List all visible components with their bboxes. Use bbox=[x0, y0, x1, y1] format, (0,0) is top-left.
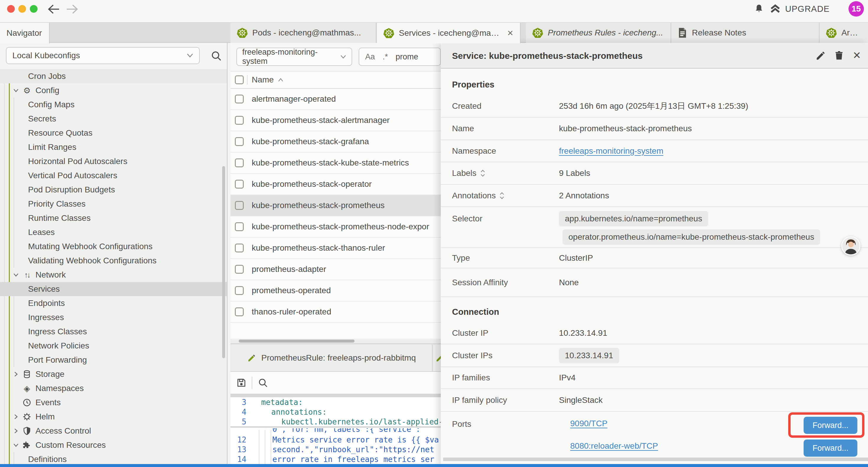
row-checkbox[interactable] bbox=[235, 243, 244, 253]
delete-trash-icon[interactable] bbox=[834, 50, 844, 61]
regex-icon[interactable]: .* bbox=[382, 52, 388, 61]
row-checkbox[interactable] bbox=[235, 222, 244, 231]
sidebar-item-network[interactable]: ↑↓ Network bbox=[0, 268, 227, 282]
sidebar-item-runtime-classes[interactable]: Runtime Classes bbox=[0, 211, 227, 225]
select-all-checkbox[interactable] bbox=[235, 76, 244, 84]
pencil-icon bbox=[247, 353, 256, 362]
match-case-icon[interactable]: Aa bbox=[365, 52, 375, 61]
sidebar-item-secrets[interactable]: Secrets bbox=[0, 112, 227, 126]
sidebar-item-ingress-classes[interactable]: Ingress Classes bbox=[0, 324, 227, 339]
table-row[interactable]: kube-prometheus-stack-grafana bbox=[230, 131, 441, 152]
upgrade-button[interactable]: UPGRADE bbox=[769, 0, 830, 18]
row-checkbox[interactable] bbox=[235, 95, 244, 104]
sidebar-item-limit-ranges[interactable]: Limit Ranges bbox=[0, 140, 227, 154]
sidebar-item-endpoints[interactable]: Endpoints bbox=[0, 296, 227, 310]
minimize-window-button[interactable] bbox=[18, 5, 26, 13]
save-icon[interactable] bbox=[236, 377, 247, 388]
table-row[interactable]: kube-prometheus-stack-alertmanager bbox=[230, 110, 441, 131]
editor-scrollbar[interactable] bbox=[230, 394, 441, 397]
row-checkbox[interactable] bbox=[235, 116, 244, 125]
notifications-bell-icon[interactable] bbox=[753, 3, 765, 14]
expand-collapse-icon[interactable] bbox=[499, 192, 505, 200]
port-link-9090[interactable]: 9090/TCP bbox=[570, 419, 608, 428]
sidebar-item-mutating-webhook-configurations[interactable]: Mutating Webhook Configurations bbox=[0, 239, 227, 254]
maximize-window-button[interactable] bbox=[30, 5, 37, 13]
port-link-8080[interactable]: 8080:reloader-web/TCP bbox=[570, 441, 658, 451]
table-row-selected[interactable]: kube-prometheus-stack-prometheus bbox=[230, 195, 441, 216]
edit-pencil-icon[interactable] bbox=[815, 50, 826, 61]
sidebar-item-vertical-pod-autoscalers[interactable]: Vertical Pod Autoscalers bbox=[0, 169, 227, 183]
sidebar-item-storage[interactable]: Storage bbox=[0, 367, 227, 381]
forward-arrow-icon[interactable] bbox=[66, 4, 79, 14]
sidebar-item-config-maps[interactable]: Config Maps bbox=[0, 97, 227, 112]
scrollbar-thumb[interactable] bbox=[239, 340, 354, 343]
table-row[interactable]: kube-prometheus-stack-prometheus-node-ex… bbox=[230, 216, 441, 238]
close-window-button[interactable] bbox=[7, 5, 15, 13]
tab-navigator[interactable]: Navigator bbox=[0, 23, 50, 43]
close-tab-icon[interactable]: ✕ bbox=[507, 29, 514, 38]
sidebar-item-helm[interactable]: Helm bbox=[0, 410, 227, 424]
notification-count-badge[interactable]: 15 bbox=[848, 1, 864, 17]
table-row[interactable]: kube-prometheus-stack-kube-state-metrics bbox=[230, 152, 441, 174]
row-checkbox[interactable] bbox=[235, 308, 244, 316]
row-checkbox[interactable] bbox=[235, 286, 244, 295]
sidebar-item-cron-jobs[interactable]: Cron Jobs bbox=[0, 69, 227, 83]
editor-search-icon[interactable] bbox=[258, 377, 268, 388]
table-row[interactable]: alertmanager-operated bbox=[230, 89, 441, 110]
search-icon[interactable] bbox=[210, 50, 222, 62]
sidebar-item-pod-disruption-budgets[interactable]: Pod Disruption Budgets bbox=[0, 183, 227, 197]
filter-input[interactable]: Aa .* prome bbox=[359, 48, 441, 66]
table-row[interactable]: kube-prometheus-stack-operator bbox=[230, 174, 441, 195]
yaml-editor[interactable]: 3metadata: 4annotations: 5kubectl.kubern… bbox=[230, 394, 441, 467]
sidebar-scrollbar[interactable] bbox=[222, 166, 225, 358]
namespace-selector[interactable]: freeleaps-monitoring-system bbox=[236, 48, 352, 66]
forward-button-9090[interactable]: Forward... bbox=[804, 417, 857, 434]
tab-release-notes[interactable]: Release Notes bbox=[671, 23, 819, 43]
close-panel-icon[interactable]: ✕ bbox=[852, 49, 861, 61]
sidebar-item-leases[interactable]: Leases bbox=[0, 225, 227, 239]
kubernetes-icon bbox=[826, 28, 837, 38]
chevron-right-icon bbox=[13, 414, 19, 420]
row-checkbox[interactable] bbox=[235, 201, 244, 210]
annotations-count[interactable]: 2 Annotations bbox=[559, 191, 609, 200]
sidebar-item-namespaces[interactable]: ◈ Namespaces bbox=[0, 381, 227, 396]
table-row[interactable]: prometheus-adapter bbox=[230, 259, 441, 280]
sidebar-item-custom-resources[interactable]: Custom Resources bbox=[0, 438, 227, 452]
tab-prometheus-rules[interactable]: Prometheus Rules - icecheng... bbox=[526, 23, 671, 43]
sidebar-item-validating-webhook-configurations[interactable]: Validating Webhook Configurations bbox=[0, 254, 227, 268]
sidebar-item-events[interactable]: Events bbox=[0, 396, 227, 410]
tab-services[interactable]: Services - icecheng@math... ✕ bbox=[377, 23, 521, 43]
expand-collapse-icon[interactable] bbox=[480, 169, 486, 177]
sidebar-item-services[interactable]: Services bbox=[0, 282, 227, 296]
sidebar-item-horizontal-pod-autoscalers[interactable]: Horizontal Pod Autoscalers bbox=[0, 154, 227, 169]
runbook-url-link[interactable]: https://net bbox=[383, 445, 434, 454]
namespace-link[interactable]: freeleaps-monitoring-system bbox=[559, 146, 663, 156]
sidebar-item-resource-quotas[interactable]: Resource Quotas bbox=[0, 126, 227, 140]
row-checkbox[interactable] bbox=[235, 137, 244, 146]
sidebar-item-access-control[interactable]: Access Control bbox=[0, 424, 227, 438]
sidebar-item-priority-classes[interactable]: Priority Classes bbox=[0, 197, 227, 211]
back-arrow-icon[interactable] bbox=[47, 4, 60, 14]
sidebar-item-network-policies[interactable]: Network Policies bbox=[0, 339, 227, 353]
sidebar-item-config[interactable]: ⚙ Config bbox=[0, 83, 227, 97]
labels-count[interactable]: 9 Labels bbox=[559, 169, 590, 178]
name-column-header[interactable]: Name bbox=[252, 75, 283, 85]
horizontal-scrollbar[interactable] bbox=[230, 339, 441, 344]
table-row[interactable]: thanos-ruler-operated bbox=[230, 301, 441, 323]
editor-tab-partial[interactable] bbox=[433, 345, 441, 371]
row-checkbox[interactable] bbox=[235, 158, 244, 167]
tab-argo[interactable]: Argo Serv bbox=[819, 23, 868, 43]
tab-pods[interactable]: Pods - icecheng@mathmas... bbox=[230, 23, 376, 43]
table-row[interactable]: kube-prometheus-stack-thanos-ruler bbox=[230, 238, 441, 259]
sidebar-item-port-forwarding[interactable]: Port Forwarding bbox=[0, 353, 227, 367]
chevron-down-icon bbox=[13, 272, 19, 278]
row-checkbox[interactable] bbox=[235, 265, 244, 274]
avatar[interactable] bbox=[841, 236, 860, 255]
detail-horizontal-scrollbar[interactable] bbox=[443, 458, 868, 461]
editor-tab-prometheusrule[interactable]: PrometheusRule: freeleaps-prod-rabbitmq bbox=[231, 345, 433, 371]
kubeconfig-selector[interactable]: Local Kubeconfigs bbox=[6, 47, 200, 64]
sidebar-item-ingresses[interactable]: Ingresses bbox=[0, 310, 227, 324]
row-checkbox[interactable] bbox=[235, 180, 244, 188]
forward-button-8080[interactable]: Forward... bbox=[804, 439, 857, 457]
table-row[interactable]: prometheus-operated bbox=[230, 280, 441, 301]
